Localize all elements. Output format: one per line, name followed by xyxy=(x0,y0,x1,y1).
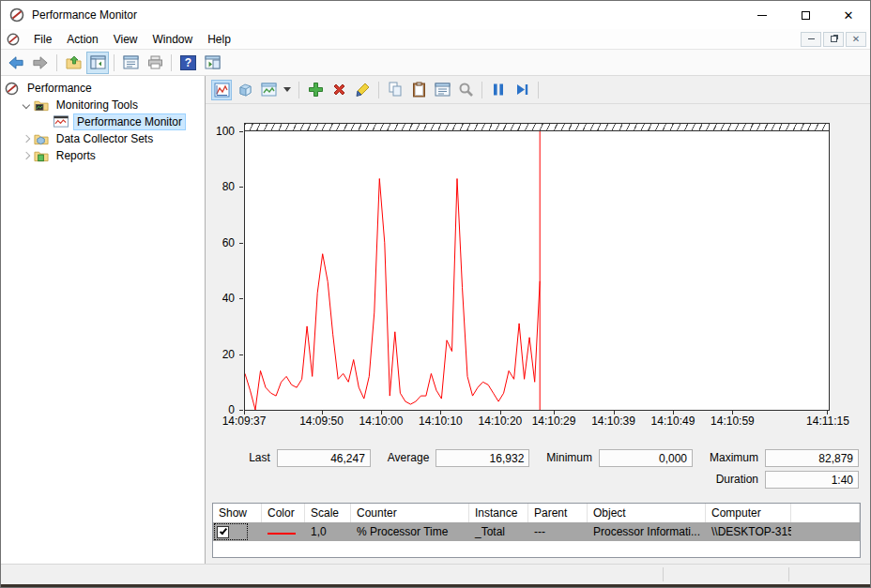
menu-file[interactable]: File xyxy=(26,29,59,49)
copy-properties-button[interactable] xyxy=(385,80,405,100)
view-log-data-button[interactable] xyxy=(235,80,255,100)
change-graph-type-icon xyxy=(261,83,277,97)
print-button[interactable] xyxy=(144,52,166,74)
view-log-data-icon xyxy=(237,83,253,98)
change-graph-type-button[interactable] xyxy=(258,80,279,100)
x-axis-label: 14:10:49 xyxy=(651,415,695,428)
x-axis: 14:09:3714:09:5014:10:0014:10:1014:10:20… xyxy=(244,411,830,430)
toolbar-separator xyxy=(378,82,379,98)
menu-help[interactable]: Help xyxy=(200,29,238,49)
chart-hatch-strip xyxy=(244,123,830,130)
counter-row[interactable]: 1,0 % Processor Time _Total --- Processo… xyxy=(213,522,860,541)
properties-button2[interactable] xyxy=(432,80,452,100)
maximize-button[interactable] xyxy=(784,1,827,29)
chart-plot[interactable] xyxy=(244,130,830,411)
tree-item-monitoring-tools[interactable]: Monitoring Tools xyxy=(1,97,205,113)
child-window-controls: ✕ xyxy=(801,32,870,47)
properties-button[interactable] xyxy=(119,52,142,74)
back-button[interactable] xyxy=(5,52,27,74)
col-parent[interactable]: Parent xyxy=(528,504,588,522)
tree-item-performance[interactable]: Performance xyxy=(1,80,205,97)
computer-cell: \\DESKTOP-315... xyxy=(706,522,791,541)
action-pane-button[interactable] xyxy=(201,52,223,74)
toolbar-separator xyxy=(56,54,57,71)
status-bar xyxy=(1,564,870,584)
col-instance[interactable]: Instance xyxy=(469,504,528,522)
maximum-label: Maximum xyxy=(710,451,758,464)
child-close-button[interactable]: ✕ xyxy=(846,32,866,47)
tree-item-label: Data Collector Sets xyxy=(53,131,156,146)
menu-view[interactable]: View xyxy=(106,29,145,49)
properties-icon xyxy=(123,55,139,69)
update-data-button[interactable] xyxy=(512,80,532,100)
console-tree-button[interactable] xyxy=(86,52,109,74)
action-pane-icon xyxy=(205,55,221,69)
tree-item-data-collector-sets[interactable]: Data Collector Sets xyxy=(1,130,205,147)
tree-item-reports[interactable]: Reports xyxy=(1,147,205,164)
highlight-icon xyxy=(355,82,371,98)
toolbar-separator xyxy=(538,82,539,98)
help-button[interactable]: ? xyxy=(176,52,199,74)
forward-button[interactable] xyxy=(29,52,52,74)
folder-up-button[interactable] xyxy=(62,52,84,74)
col-counter[interactable]: Counter xyxy=(351,504,469,522)
freeze-display-button[interactable] xyxy=(488,80,509,100)
x-axis-label: 14:10:39 xyxy=(591,415,635,428)
col-scale[interactable]: Scale xyxy=(305,504,351,522)
y-axis-tick xyxy=(239,131,243,132)
check-icon xyxy=(219,527,226,535)
add-counter-button[interactable] xyxy=(305,80,326,100)
folder-data-icon xyxy=(34,132,49,145)
zoom-button[interactable] xyxy=(455,80,476,100)
col-object[interactable]: Object xyxy=(588,504,706,522)
col-show[interactable]: Show xyxy=(213,504,262,522)
chevron-down-icon[interactable] xyxy=(23,101,30,109)
chart-area: 100806040200 14:09:3714:09:5014:10:0014:… xyxy=(244,123,830,430)
navigation-toolbar: ? xyxy=(1,50,870,76)
instance-cell: _Total xyxy=(469,522,528,541)
menu-bar: File Action View Window Help ✕ xyxy=(1,29,870,50)
table-header-row: Show Color Scale Counter Instance Parent… xyxy=(213,504,860,522)
properties-icon xyxy=(435,83,451,97)
tree-item-performance-monitor[interactable]: Performance Monitor xyxy=(1,113,205,130)
show-checkbox[interactable] xyxy=(217,526,229,538)
col-computer[interactable]: Computer xyxy=(706,504,791,522)
menu-action[interactable]: Action xyxy=(59,29,105,49)
child-minimize-button[interactable] xyxy=(801,32,821,47)
col-color[interactable]: Color xyxy=(262,504,305,522)
dropdown-caret-icon[interactable] xyxy=(283,87,291,92)
object-cell: Processor Informati... xyxy=(588,522,706,541)
last-value: 46,247 xyxy=(277,449,371,467)
delete-counter-button[interactable] xyxy=(329,80,349,100)
y-axis-tick xyxy=(239,354,243,355)
performance-monitor-window: Performance Monitor ✕ File Action View W… xyxy=(0,0,871,588)
menu-window[interactable]: Window xyxy=(145,29,201,49)
close-button[interactable]: ✕ xyxy=(827,1,870,29)
view-current-activity-button[interactable] xyxy=(211,80,232,100)
x-axis-label: 14:10:20 xyxy=(479,415,523,428)
minimize-button[interactable] xyxy=(741,1,784,29)
x-axis-label: 14:09:50 xyxy=(299,415,344,428)
processor-time-line xyxy=(245,179,540,411)
chevron-right-icon[interactable] xyxy=(23,135,30,143)
highlight-button[interactable] xyxy=(352,80,373,100)
child-restore-button[interactable] xyxy=(823,32,844,47)
toolbar-separator xyxy=(298,82,299,98)
y-axis-label: 20 xyxy=(206,348,235,361)
average-value: 16,932 xyxy=(436,449,529,467)
average-label: Average xyxy=(388,451,429,464)
x-axis-label: 14:10:00 xyxy=(359,415,404,428)
y-axis-tick xyxy=(239,298,243,299)
console-tree-pane: PerformanceMonitoring ToolsPerformance M… xyxy=(1,76,206,564)
statistics-bar: Last 46,247 Average 16,932 Minimum 0,000… xyxy=(206,448,859,491)
statusbar-separator xyxy=(788,567,789,581)
chevron-right-icon[interactable] xyxy=(23,152,30,159)
perfmon-menu-icon xyxy=(7,33,20,46)
paste-counter-list-button[interactable] xyxy=(408,80,429,100)
back-icon xyxy=(8,55,24,70)
parent-cell: --- xyxy=(528,522,588,541)
y-axis-label: 80 xyxy=(206,180,235,193)
x-axis-label: 14:09:37 xyxy=(222,415,267,428)
y-axis: 100806040200 xyxy=(208,130,238,413)
perfmon-icon xyxy=(5,82,20,95)
